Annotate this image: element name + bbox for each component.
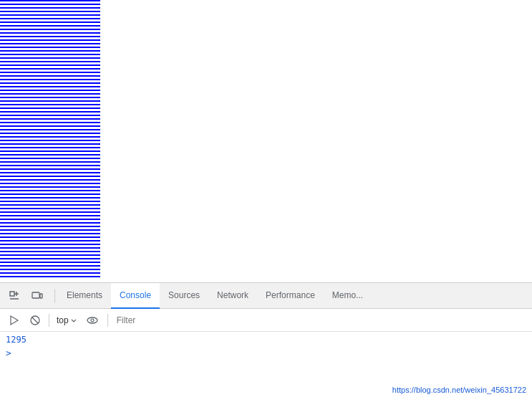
devtools-icon-group xyxy=(0,286,52,306)
device-icon xyxy=(32,290,43,302)
chevron-down-icon xyxy=(70,317,77,324)
filter-separator xyxy=(107,314,108,327)
tab-sources[interactable]: Sources xyxy=(160,283,208,309)
svg-rect-0 xyxy=(10,292,14,296)
context-selector[interactable]: top xyxy=(54,314,80,327)
console-output: 1295 > https://blog.csdn.net/weixin_4563… xyxy=(0,332,532,397)
eye-icon xyxy=(87,315,98,326)
toolbar-separator xyxy=(49,314,49,327)
tab-network[interactable]: Network xyxy=(208,283,257,309)
block-button[interactable] xyxy=(26,311,44,330)
svg-marker-6 xyxy=(11,316,18,325)
block-icon xyxy=(29,315,41,326)
tab-elements[interactable]: Elements xyxy=(58,283,111,309)
console-line-prompt: > xyxy=(0,346,532,359)
devtools-panel: Elements Console Sources Network Perform… xyxy=(0,282,532,397)
svg-point-9 xyxy=(87,317,97,323)
tab-performance[interactable]: Performance xyxy=(257,283,324,309)
svg-line-8 xyxy=(32,317,39,323)
console-number-value[interactable]: 1295 xyxy=(6,335,26,345)
eye-button[interactable] xyxy=(83,311,102,330)
svg-rect-4 xyxy=(32,292,39,298)
tab-icon-separator xyxy=(54,289,55,303)
device-toggle-button[interactable] xyxy=(27,286,47,306)
inspect-icon xyxy=(9,290,20,302)
devtools-tab-bar: Elements Console Sources Network Perform… xyxy=(0,283,532,309)
console-prompt-symbol: > xyxy=(6,348,11,358)
console-footer-url[interactable]: https://blog.csdn.net/weixin_45631722 xyxy=(392,386,526,394)
svg-point-10 xyxy=(91,319,94,322)
filter-input[interactable] xyxy=(114,315,528,325)
striped-block xyxy=(0,0,100,279)
inspect-icon-button[interactable] xyxy=(4,286,24,306)
console-line-number: 1295 xyxy=(0,333,532,346)
clear-messages-button[interactable] xyxy=(4,311,23,330)
browser-content xyxy=(0,0,532,282)
tab-memory[interactable]: Memo... xyxy=(324,283,372,309)
svg-rect-5 xyxy=(40,294,42,298)
console-toolbar: top xyxy=(0,309,532,332)
play-icon xyxy=(8,315,19,326)
context-label: top xyxy=(57,315,69,325)
tab-console[interactable]: Console xyxy=(111,283,160,309)
